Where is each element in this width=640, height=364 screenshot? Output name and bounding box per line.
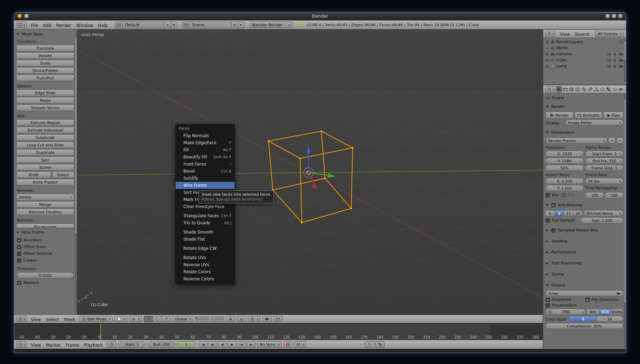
tab-modifiers[interactable] (587, 86, 593, 93)
full-sample-checkbox[interactable]: Full Sample (546, 218, 579, 223)
redo-option-checkbox[interactable]: Crease (17, 258, 73, 263)
context-menu-item[interactable]: Solidify (176, 175, 235, 182)
context-menu-item[interactable]: Beautify Fill Shift Alt F (176, 153, 235, 161)
mesh-tools-panel-header[interactable]: Mesh Tools (16, 30, 74, 38)
outliner-item-cube[interactable]: Cube (544, 57, 625, 63)
context-menu-item[interactable]: Tris to Quads Alt J (176, 219, 235, 226)
render-panel-header[interactable]: Render (546, 102, 623, 111)
sync-mode-dropdown[interactable]: No Sync (257, 341, 282, 348)
aa-sample-button[interactable]: 5 (546, 210, 555, 216)
pivot-dropdown[interactable] (129, 316, 142, 322)
tool-button[interactable]: Noise (16, 97, 74, 103)
tool-button[interactable]: Duplicate (16, 149, 74, 156)
frame-rate-dropdown[interactable]: 24 fps (585, 178, 623, 184)
mode-dropdown[interactable]: Edit Mode (79, 316, 113, 322)
thickness-field[interactable]: 0.0100 (17, 272, 73, 278)
collapsed-panel-header[interactable]: Post Processing (546, 259, 623, 267)
render-engine-dropdown[interactable]: Blender Render (250, 22, 292, 28)
context-menu-item[interactable]: Inset Faces I (176, 161, 235, 168)
keying-set-dropdown[interactable] (294, 341, 307, 348)
dimensions-panel-header[interactable]: Dimensions (546, 128, 623, 136)
aa-size-field[interactable]: Size: 1.000 (581, 217, 624, 223)
collapsed-panel-header[interactable]: Sampled Motion Blur (546, 226, 623, 234)
anti-aliasing-panel-header[interactable]: Anti-Aliasing (546, 201, 623, 209)
crop-checkbox[interactable]: Cro (562, 192, 575, 198)
overwrite-checkbox[interactable]: Overwrite (546, 297, 584, 302)
menu-item[interactable]: Window (74, 23, 95, 28)
resolution-percent-slider[interactable]: 50% (546, 165, 584, 171)
tab-constraints[interactable] (581, 86, 586, 93)
resolution-y-field[interactable]: Y: 1080 (546, 158, 584, 164)
add-scene-button[interactable]: + (232, 22, 238, 28)
context-menu-item[interactable]: Reverse UVs (176, 261, 235, 268)
screen-layout-icon[interactable] (115, 22, 123, 28)
scene-icon[interactable] (182, 22, 190, 28)
aspect-x-field[interactable]: X: 1.000 (546, 178, 584, 184)
tool-button[interactable]: Loop Cut and Slide (16, 142, 74, 148)
context-menu-item[interactable]: Rotate Edge CW (176, 245, 235, 252)
tab-render[interactable] (556, 86, 562, 93)
scene-value[interactable]: Scene (190, 22, 232, 28)
menu-item[interactable]: Add (40, 23, 54, 28)
context-menu-item[interactable]: Make Edge/Face F (176, 139, 235, 146)
auto-keyframe-button[interactable] (283, 341, 292, 348)
display-filter-dropdown[interactable]: All Scenes (595, 30, 624, 37)
outliner-item-lamp[interactable]: Lamp (544, 63, 625, 69)
preset-add-button[interactable]: + (608, 138, 615, 144)
expand-icon[interactable] (545, 64, 549, 68)
delete-scene-button[interactable]: ✕ (238, 22, 244, 28)
aa-sample-button[interactable]: 11 (564, 210, 573, 216)
preset-remove-button[interactable]: − (617, 138, 623, 144)
visibility-eye-icon[interactable] (607, 64, 611, 68)
render-result-icon[interactable] (619, 40, 623, 44)
selectability-cursor-icon[interactable] (613, 64, 617, 68)
context-menu-item[interactable]: Triangulate Faces Ctrl T (176, 212, 235, 219)
color-depth-button[interactable]: 8 (570, 316, 597, 322)
tab-object-data[interactable] (594, 86, 599, 93)
context-menu-item[interactable]: Wire Frame (176, 182, 235, 189)
window-menu-icon[interactable] (24, 14, 29, 18)
manipulator-rotate-button[interactable] (153, 316, 162, 322)
app-icon[interactable] (17, 14, 22, 18)
wire-frame-panel-header[interactable]: Wire Frame (16, 228, 74, 236)
tool-button[interactable]: Extrude Region (16, 119, 74, 126)
snap-toggle-button[interactable] (237, 316, 246, 322)
context-menu-item[interactable]: Rotate Colors (176, 268, 235, 275)
render-button[interactable]: Render (546, 112, 573, 118)
tool-button[interactable]: Rotate (16, 52, 74, 59)
redo-option-checkbox[interactable]: Boundary (17, 238, 73, 242)
menu-item[interactable]: View (28, 343, 43, 348)
end-frame-field[interactable]: End: 250 (148, 342, 175, 348)
output-panel-header[interactable]: Output (546, 281, 623, 289)
start-frame-field[interactable]: Start Fram: 1 (585, 151, 623, 157)
outliner-item-camera[interactable]: Camera (544, 51, 625, 57)
play-reverse-button[interactable]: ◀ (237, 341, 246, 348)
delete-keyframe-button[interactable] (375, 341, 385, 348)
tool-button[interactable]: Remove Doubles (16, 209, 74, 215)
output-path-field[interactable]: /tmp/ (546, 290, 623, 296)
tab-material[interactable] (600, 86, 605, 93)
manipulator-translate-button[interactable] (144, 316, 153, 322)
tool-button[interactable]: Extrude Individual (16, 127, 74, 133)
expand-icon[interactable] (545, 58, 549, 62)
layer-cell[interactable] (195, 317, 198, 319)
menu-item[interactable]: Frame (63, 343, 81, 348)
editor-type-selector[interactable] (545, 86, 556, 93)
opengl-render-button[interactable] (263, 316, 272, 322)
properties-scrollbar[interactable] (624, 94, 625, 348)
jump-to-end-button[interactable]: ▶| (208, 341, 217, 348)
collapsed-panel-header[interactable]: Performance (546, 248, 623, 256)
tab-world[interactable] (569, 86, 574, 93)
menu-item[interactable]: Select (44, 317, 62, 322)
preview-range-button[interactable] (107, 341, 116, 348)
menu-item[interactable]: View (557, 32, 572, 37)
visibility-eye-icon[interactable] (607, 52, 611, 56)
delete-menu-button[interactable]: Delete (16, 194, 74, 200)
delete-layout-button[interactable]: ✕ (171, 22, 177, 28)
expand-icon[interactable] (545, 52, 549, 56)
remap-old-field[interactable]: 100 (585, 192, 604, 198)
menu-item[interactable]: File (28, 23, 40, 28)
collapsed-panel-header[interactable]: Stamp (546, 270, 623, 278)
renderability-camera-icon[interactable] (619, 52, 623, 56)
placeholders-checkbox[interactable]: Placeholders (546, 303, 577, 308)
